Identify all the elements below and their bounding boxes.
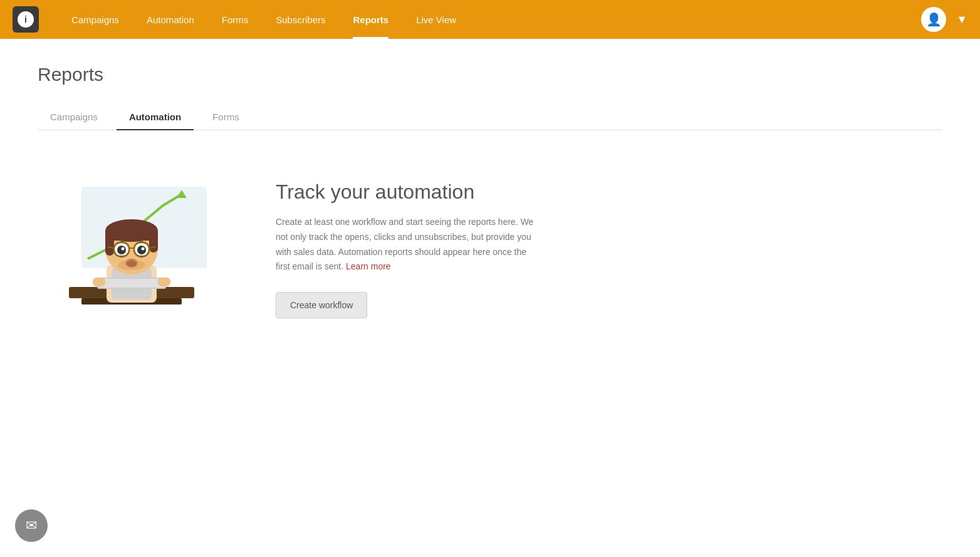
nav-links: Campaigns Automation Forms Subscribers R…: [58, 0, 921, 39]
dropdown-chevron[interactable]: ▼: [956, 13, 967, 26]
logo-icon: i: [18, 11, 34, 28]
tabs: Campaigns Automation Forms: [38, 104, 942, 130]
svg-rect-9: [105, 231, 114, 256]
page-content: Reports Campaigns Automation Forms: [0, 39, 980, 368]
nav-automation[interactable]: Automation: [133, 0, 208, 39]
content-area: Track your automation Create at least on…: [38, 155, 942, 343]
main-heading: Track your automation: [276, 180, 539, 204]
nav-subscribers[interactable]: Subscribers: [262, 0, 339, 39]
nav-right: 👤 ▼: [921, 7, 967, 32]
svg-rect-27: [93, 278, 105, 286]
tab-campaigns[interactable]: Campaigns: [38, 104, 110, 130]
nav-liveview[interactable]: Live View: [402, 0, 470, 39]
svg-point-15: [122, 247, 125, 251]
tab-forms[interactable]: Forms: [200, 104, 252, 130]
page-title: Reports: [38, 64, 942, 85]
svg-rect-10: [149, 231, 158, 252]
user-icon: 👤: [926, 12, 942, 27]
tab-automation[interactable]: Automation: [117, 104, 194, 130]
illustration: [38, 168, 226, 331]
svg-point-14: [137, 246, 146, 254]
create-workflow-button[interactable]: Create workflow: [276, 292, 367, 318]
logo[interactable]: i: [13, 6, 39, 33]
svg-rect-26: [99, 279, 164, 288]
text-area: Track your automation Create at least on…: [276, 180, 539, 318]
svg-rect-28: [158, 278, 170, 286]
main-body: Create at least one workflow and start s…: [276, 215, 539, 274]
learn-more-link[interactable]: Learn more: [346, 261, 391, 271]
nav-forms[interactable]: Forms: [208, 0, 263, 39]
illustration-svg: [44, 168, 219, 331]
navbar: i Campaigns Automation Forms Subscribers…: [0, 0, 980, 39]
nav-campaigns[interactable]: Campaigns: [58, 0, 133, 39]
avatar[interactable]: 👤: [921, 7, 946, 32]
svg-point-13: [117, 246, 126, 254]
svg-point-24: [118, 260, 145, 270]
nav-reports[interactable]: Reports: [339, 0, 402, 39]
svg-point-16: [142, 247, 145, 251]
